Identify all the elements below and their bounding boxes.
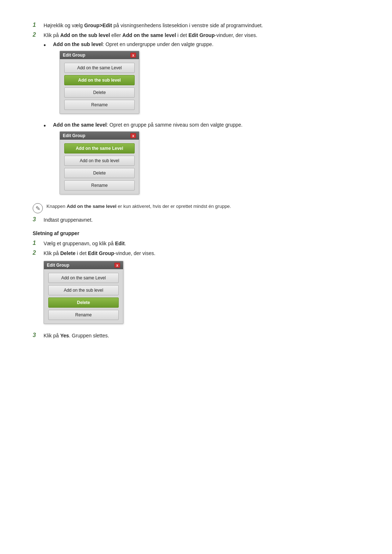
dialog-2: Edit Group x Add on the same Level Add o…	[60, 131, 139, 194]
dialog-3-wrapper: Edit Group x Add on the same Level Add o…	[44, 261, 155, 324]
note-row: ✎ Knappen Add on the same level er kun a…	[33, 203, 359, 213]
step-1-pre: Højreklik og vælg	[44, 22, 84, 28]
bullet-2: • Add on the same level: Opret en gruppe…	[44, 122, 359, 199]
note-text: Knappen Add on the same level er kun akt…	[46, 203, 231, 210]
dialog-3-btn4[interactable]: Rename	[48, 310, 119, 320]
dialog-2-body: Add on the same Level Add on the sub lev…	[60, 140, 139, 194]
bullet-list: • Add on the sub level: Opret en undergr…	[44, 41, 359, 199]
section-2-heading: Sletning af grupper	[33, 230, 359, 236]
section2-step-3-number: 3	[33, 332, 44, 338]
dialog-1: Edit Group x Add on the same Level Add o…	[60, 51, 139, 114]
dialog-1-btn2-active[interactable]: Add on the sub level	[64, 75, 135, 85]
section2-step-1: 1 Vælg et gruppenavn, og klik på Edit.	[33, 240, 359, 247]
step-2-number: 2	[33, 32, 44, 38]
section2-step-3-text: Klik på Yes. Gruppen slettes.	[44, 332, 109, 340]
dialog-1-title: Edit Group	[63, 53, 85, 58]
step-3-text: Indtast gruppenavnet.	[44, 216, 93, 224]
step-1-bold: Group>Edit	[84, 22, 112, 28]
dialog-2-btn1-active[interactable]: Add on the same Level	[64, 143, 135, 153]
step-1: 1 Højreklik og vælg Group>Edit på visnin…	[33, 22, 359, 29]
bullet-2-dot: •	[44, 122, 50, 130]
bullet-1-text: : Opret en undergruppe under den valgte …	[103, 41, 213, 47]
section2-step-3: 3 Klik på Yes. Gruppen slettes.	[33, 332, 359, 340]
dialog-3-btn3-active[interactable]: Delete	[48, 297, 119, 308]
bullet-1-content: Add on the sub level: Opret en undergrup…	[53, 41, 213, 118]
dialog-1-titlebar: Edit Group x	[60, 51, 139, 59]
dialog-3-btn2[interactable]: Add on the sub level	[48, 285, 119, 295]
step-1-number: 1	[33, 22, 44, 28]
step-1-text: Højreklik og vælg Group>Edit på visnings…	[44, 22, 263, 29]
bullet-2-content: Add on the same level: Opret en gruppe p…	[53, 122, 242, 199]
dialog-3: Edit Group x Add on the same Level Add o…	[44, 261, 123, 324]
dialog-2-title: Edit Group	[63, 133, 85, 138]
section2-step-1-text: Vælg et gruppenavn, og klik på Edit.	[44, 240, 126, 247]
dialog-2-close[interactable]: x	[130, 133, 136, 138]
dialog-1-close[interactable]: x	[130, 53, 136, 58]
bullet-1: • Add on the sub level: Opret en undergr…	[44, 41, 359, 118]
section2-step-2-number: 2	[33, 250, 44, 256]
dialog-2-btn2[interactable]: Add on the sub level	[64, 156, 135, 166]
dialog-3-titlebar: Edit Group x	[44, 261, 123, 269]
dialog-1-btn3[interactable]: Delete	[64, 87, 135, 98]
dialog-2-wrapper: Edit Group x Add on the same Level Add o…	[60, 131, 242, 194]
section2-step-1-number: 1	[33, 240, 44, 246]
dialog-1-btn4[interactable]: Rename	[64, 100, 135, 110]
bullet-1-bold: Add on the sub level	[53, 41, 103, 47]
dialog-1-btn1[interactable]: Add on the same Level	[64, 63, 135, 73]
dialog-2-btn3[interactable]: Delete	[64, 168, 135, 178]
dialog-1-wrapper: Edit Group x Add on the same Level Add o…	[60, 51, 213, 114]
section2-step-2-text: Klik på Delete i det Edit Group-vindue, …	[44, 250, 155, 256]
note-icon: ✎	[33, 203, 43, 213]
bullet-2-text: : Opret en gruppe på samme niveau som de…	[107, 122, 242, 128]
step-1-post: på visningsenhedens listesektion i venst…	[112, 22, 263, 28]
step-2: 2 Klik på Add on the sub level eller Add…	[33, 32, 359, 39]
dialog-2-btn4[interactable]: Rename	[64, 180, 135, 190]
dialog-3-body: Add on the same Level Add on the sub lev…	[44, 269, 123, 324]
section2-step-2: 2 Klik på Delete i det Edit Group-vindue…	[33, 250, 359, 328]
dialog-3-btn1[interactable]: Add on the same Level	[48, 273, 119, 283]
step-3-number: 3	[33, 216, 44, 223]
bullet-2-bold: Add on the same level	[53, 122, 107, 128]
note-pencil-icon: ✎	[36, 205, 40, 212]
dialog-3-close[interactable]: x	[114, 263, 120, 268]
step-2-text: Klik på Add on the sub level eller Add o…	[44, 32, 257, 39]
dialog-1-body: Add on the same Level Add on the sub lev…	[60, 59, 139, 114]
dialog-2-titlebar: Edit Group x	[60, 132, 139, 140]
dialog-3-title: Edit Group	[47, 263, 69, 268]
main-content: 1 Højreklik og vælg Group>Edit på visnin…	[33, 22, 359, 340]
step-3: 3 Indtast gruppenavnet.	[33, 216, 359, 224]
section2-step-2-content: Klik på Delete i det Edit Group-vindue, …	[44, 250, 155, 328]
bullet-1-dot: •	[44, 42, 50, 49]
